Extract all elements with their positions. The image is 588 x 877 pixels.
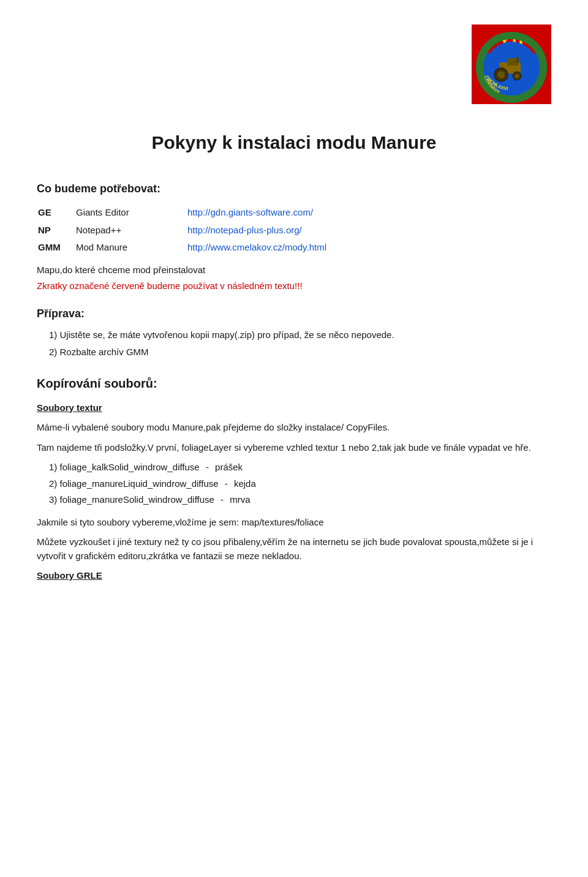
table-row: GE Giants Editor http://gdn.giants-softw… bbox=[38, 205, 550, 221]
dash-1: - bbox=[206, 461, 209, 475]
file-desc-1: prášek bbox=[215, 462, 243, 472]
table-row: NP Notepad++ http://notepad-plus-plus.or… bbox=[38, 222, 550, 239]
file-desc-3: mrva bbox=[230, 494, 250, 505]
requirements-table: GE Giants Editor http://gdn.giants-softw… bbox=[37, 203, 551, 257]
table-row: GMM Mod Manure http://www.cmelakov.cz/mo… bbox=[38, 239, 550, 256]
logo-badge: XII Čmelakov bbox=[472, 24, 551, 104]
prep-heading: Příprava: bbox=[37, 306, 551, 322]
grle-subheading: Soubory GRLE bbox=[37, 569, 551, 583]
file-list: 1) foliage_kalkSolid_windrow_diffuse - p… bbox=[37, 461, 551, 507]
link-ge[interactable]: http://gdn.giants-software.com/ bbox=[187, 205, 550, 221]
np-link[interactable]: http://notepad-plus-plus.org/ bbox=[187, 225, 302, 235]
svg-rect-12 bbox=[516, 57, 519, 63]
map-line: Mapu,do které chceme mod přeinstalovat bbox=[37, 263, 551, 277]
list-item: 3) foliage_manureSolid_windrow_diffuse -… bbox=[49, 493, 551, 507]
link-np[interactable]: http://notepad-plus-plus.org/ bbox=[187, 222, 550, 239]
copy-heading: Kopírování souborů: bbox=[37, 374, 551, 393]
textures-para2: Tam najdeme tři podsložky.V první, folia… bbox=[37, 441, 551, 455]
copy-section: Kopírování souborů: Soubory textur Máme-… bbox=[37, 374, 551, 583]
textures-para1: Máme-li vybalené soubory modu Manure,pak… bbox=[37, 421, 551, 435]
list-item: 1) foliage_kalkSolid_windrow_diffuse - p… bbox=[49, 461, 551, 475]
page-title: Pokyny k instalaci modu Manure bbox=[37, 129, 551, 156]
dash-3: - bbox=[221, 493, 224, 507]
textures-subheading: Soubory textur bbox=[37, 401, 551, 415]
list-item: 1) Ujistěte se, že máte vytvořenou kopii… bbox=[49, 328, 551, 342]
abbr-np: NP bbox=[38, 222, 75, 239]
requirements-heading: Co budeme potřebovat: bbox=[37, 181, 551, 197]
file-name-2: foliage_manureLiquid_windrow_diffuse bbox=[60, 478, 219, 489]
link-gmm[interactable]: http://www.cmelakov.cz/mody.html bbox=[187, 239, 550, 256]
dash-2: - bbox=[225, 477, 228, 491]
svg-point-11 bbox=[515, 74, 519, 78]
header-area: XII Čmelakov bbox=[37, 24, 551, 104]
ge-link[interactable]: http://gdn.giants-software.com/ bbox=[187, 207, 313, 217]
textures-para4: Můžete vyzkoušet i jiné textury než ty c… bbox=[37, 535, 551, 563]
abbr-ge: GE bbox=[38, 205, 75, 221]
name-ge: Giants Editor bbox=[76, 205, 186, 221]
requirements-section: Co budeme potřebovat: GE Giants Editor h… bbox=[37, 181, 551, 293]
list-item: 2) foliage_manureLiquid_windrow_diffuse … bbox=[49, 477, 551, 491]
red-note: Zkratky označené červeně budeme používat… bbox=[37, 279, 551, 293]
file-name-1: foliage_kalkSolid_windrow_diffuse bbox=[60, 462, 200, 472]
textures-para3: Jakmile si tyto soubory vybereme,vložíme… bbox=[37, 516, 551, 530]
name-np: Notepad++ bbox=[76, 222, 186, 239]
svg-point-9 bbox=[497, 71, 505, 78]
file-desc-2: kejda bbox=[234, 478, 256, 489]
abbr-gmm: GMM bbox=[38, 239, 75, 256]
prep-list: 1) Ujistěte se, že máte vytvořenou kopii… bbox=[37, 328, 551, 359]
name-gmm: Mod Manure bbox=[76, 239, 186, 256]
gmm-link[interactable]: http://www.cmelakov.cz/mody.html bbox=[187, 242, 326, 252]
list-item: 2) Rozbalte archív GMM bbox=[49, 345, 551, 359]
file-name-3: foliage_manureSolid_windrow_diffuse bbox=[60, 494, 214, 505]
preparation-section: Příprava: 1) Ujistěte se, že máte vytvoř… bbox=[37, 306, 551, 359]
